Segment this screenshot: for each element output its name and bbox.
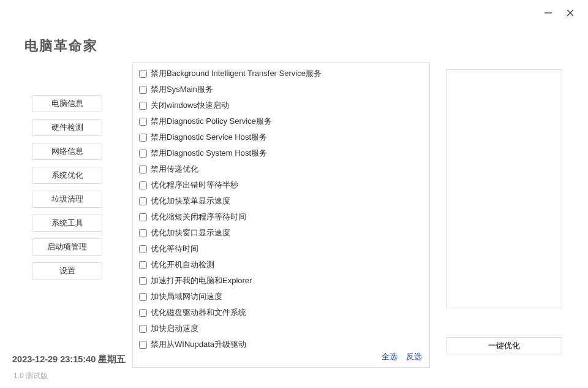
option-label: 加快启动速度 [151,323,198,334]
option-item[interactable]: 禁用Background Intelligent Transfer Servic… [139,68,424,79]
sidebar-item-pcinfo[interactable]: 电脑信息 [32,95,102,112]
option-label: 禁用Background Intelligent Transfer Servic… [151,68,322,79]
option-item[interactable]: 加快局域网访问速度 [139,291,424,302]
option-checkbox[interactable] [139,197,147,205]
option-item[interactable]: 优化磁盘驱动器和文件系统 [139,307,424,318]
option-item[interactable]: 优化缩短关闭程序等待时间 [139,211,424,223]
version-label: 1.0 测试版 [13,371,48,381]
close-button[interactable] [565,7,576,18]
option-checkbox[interactable] [139,325,147,333]
options-list: 禁用Background Intelligent Transfer Servic… [139,68,424,350]
option-checkbox[interactable] [139,165,147,173]
option-item[interactable]: 优化开机自动检测 [139,259,424,270]
option-checkbox[interactable] [139,70,147,78]
option-item[interactable]: 优化程序出错时等待半秒 [139,180,424,191]
option-item[interactable]: 加快启动速度 [139,323,424,334]
option-label: 优化等待时间 [151,243,198,254]
option-checkbox[interactable] [139,341,147,349]
app-title: 电脑革命家 [24,37,98,55]
option-checkbox[interactable] [139,118,147,126]
option-label: 优化磁盘驱动器和文件系统 [151,307,246,318]
option-checkbox[interactable] [139,277,147,285]
option-label: 禁用Diagnostic Service Host服务 [151,132,267,143]
option-label: 禁用传递优化 [151,164,198,175]
option-item[interactable]: 禁用从WINupdata升级驱动 [139,339,424,350]
option-label: 优化开机自动检测 [151,259,214,270]
select-all-link[interactable]: 全选 [382,351,398,362]
option-checkbox[interactable] [139,261,147,269]
option-label: 优化缩短关闭程序等待时间 [151,211,246,223]
option-label: 禁用从WINupdata升级驱动 [151,339,246,350]
option-item[interactable]: 优化加快菜单显示速度 [139,196,424,207]
option-checkbox[interactable] [139,309,147,317]
option-checkbox[interactable] [139,213,147,221]
option-label: 禁用SysMain服务 [151,84,213,95]
option-item[interactable]: 关闭windows快速启动 [139,100,424,111]
sidebar-item-hardware[interactable]: 硬件检测 [32,119,102,136]
option-item[interactable]: 禁用Diagnostic Policy Service服务 [139,116,424,127]
option-item[interactable]: 优化等待时间 [139,243,424,254]
optimize-button[interactable]: 一键优化 [446,337,562,354]
option-item[interactable]: 优化加快窗口显示速度 [139,227,424,238]
option-label: 优化加快窗口显示速度 [151,227,230,238]
option-checkbox[interactable] [139,181,147,189]
option-label: 优化程序出错时等待半秒 [151,180,238,191]
option-checkbox[interactable] [139,245,147,253]
option-label: 禁用Diagnostic System Host服务 [151,148,267,159]
datetime-label: 2023-12-29 23:15:40 星期五 [12,354,126,365]
option-item[interactable]: 加速打开我的电脑和Explorer [139,275,424,286]
option-label: 禁用Diagnostic Policy Service服务 [151,116,272,127]
minimize-button[interactable] [543,7,554,18]
options-panel: 禁用Background Intelligent Transfer Servic… [132,63,430,368]
option-label: 关闭windows快速启动 [151,100,229,111]
sidebar-item-startup[interactable]: 启动项管理 [32,238,102,256]
option-checkbox[interactable] [139,229,147,237]
sidebar-item-tools[interactable]: 系统工具 [32,215,102,232]
window-controls [543,7,576,18]
sidebar-item-network[interactable]: 网络信息 [32,143,102,160]
option-item[interactable]: 禁用Diagnostic Service Host服务 [139,132,424,143]
invert-select-link[interactable]: 反选 [406,351,422,362]
select-links: 全选 反选 [382,351,422,362]
option-checkbox[interactable] [139,102,147,110]
sidebar-item-settings[interactable]: 设置 [32,262,102,280]
option-item[interactable]: 禁用SysMain服务 [139,84,424,95]
option-checkbox[interactable] [139,150,147,158]
option-checkbox[interactable] [139,293,147,301]
result-panel [446,69,562,308]
option-label: 加速打开我的电脑和Explorer [151,275,252,286]
option-label: 优化加快菜单显示速度 [151,196,230,207]
sidebar: 电脑信息 硬件检测 网络信息 系统优化 垃圾清理 系统工具 启动项管理 设置 [32,95,102,280]
option-label: 加快局域网访问速度 [151,291,222,302]
option-item[interactable]: 禁用传递优化 [139,164,424,175]
option-checkbox[interactable] [139,86,147,94]
option-item[interactable]: 禁用Diagnostic System Host服务 [139,148,424,159]
sidebar-item-optimize[interactable]: 系统优化 [32,167,102,184]
sidebar-item-cleanup[interactable]: 垃圾清理 [32,191,102,208]
option-checkbox[interactable] [139,134,147,142]
